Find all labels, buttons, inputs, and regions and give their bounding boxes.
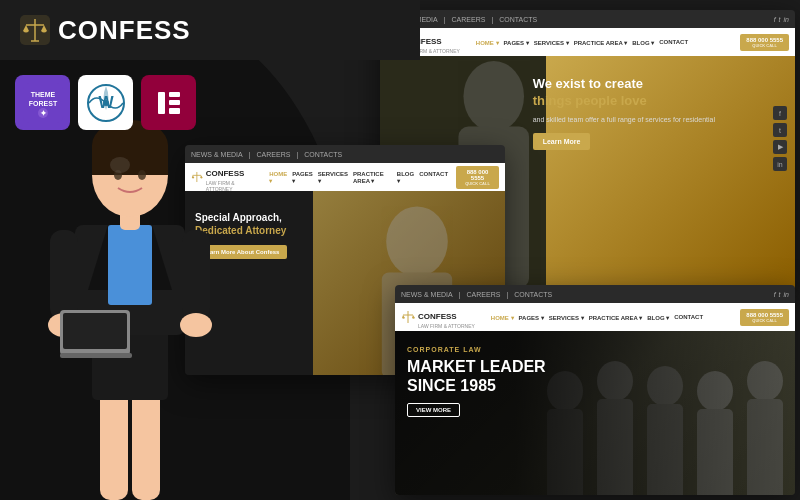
mini-nav-far: CONFESS LAW FIRM & ATTORNEY HOME ▾ PAGES… <box>380 28 795 56</box>
careers-link-mid[interactable]: CAREERS <box>257 151 291 158</box>
header-logo: Confess <box>20 15 191 46</box>
svg-point-58 <box>110 157 130 173</box>
woman-figure <box>20 70 240 500</box>
svg-point-50 <box>138 170 146 180</box>
quick-call-label-far: QUICK CALL <box>746 43 783 48</box>
elementor-badge <box>141 75 196 130</box>
svg-point-54 <box>180 313 212 337</box>
headline-far: We exist to create things people love <box>533 76 715 110</box>
nav-blog-front[interactable]: BLOG ▾ <box>647 314 669 321</box>
hero-text-front: CORPORATE LAW MARKET LEADER SINCE 1985 V… <box>407 346 546 417</box>
nav-blog-far[interactable]: BLOG ▾ <box>632 39 654 46</box>
social-icons-front: f t in <box>774 291 789 298</box>
preview-window-front: NEWS & MEDIA | CAREERS | CONTACTS f t in… <box>395 285 795 495</box>
learn-more-btn-far[interactable]: Learn More <box>533 133 591 150</box>
headline-line2-far: things people love <box>533 93 647 108</box>
sep-front2: | <box>506 291 508 298</box>
svg-rect-52 <box>182 230 210 320</box>
nav-items-mid: HOME ▾ PAGES ▾ SERVICES ▾ PRACTICE AREA … <box>269 171 448 184</box>
svg-rect-48 <box>92 145 168 175</box>
plugin-badges: THEME FOREST ✦ W <box>15 75 196 130</box>
logo-text-front: CONFESS <box>418 312 457 321</box>
logo-icon-front <box>401 310 415 324</box>
social-sidebar-far: f t ▶ in <box>773 106 787 171</box>
contacts-link-front[interactable]: CONTACTS <box>514 291 552 298</box>
category-front: CORPORATE LAW <box>407 346 546 353</box>
tw-icon-front: t <box>779 291 781 298</box>
mini-nav-front: CONFESS LAW FIRM & ATTORNEY HOME ▾ PAGES… <box>395 303 795 331</box>
phone-number-mid: 888 000 5555 <box>462 169 493 181</box>
svg-rect-42 <box>108 225 152 305</box>
svg-rect-15 <box>169 92 180 97</box>
nav-contact-front[interactable]: CONTACT <box>674 314 703 321</box>
careers-link-far[interactable]: CAREERS <box>452 16 486 23</box>
nav-contact-mid[interactable]: CONTACT <box>419 171 448 184</box>
themeforest-badge: THEME FOREST ✦ <box>15 75 70 130</box>
sep-mid2: | <box>296 151 298 158</box>
sep-mid1: | <box>249 151 251 158</box>
header-logo-text: Confess <box>58 15 191 46</box>
svg-rect-14 <box>158 92 165 114</box>
svg-rect-56 <box>63 313 127 349</box>
nav-practice-mid[interactable]: PRACTICE AREA ▾ <box>353 171 392 184</box>
phone-btn-front[interactable]: 888 000 5555 QUICK CALL <box>740 309 789 326</box>
quick-call-front: QUICK CALL <box>746 318 783 323</box>
sep2: | <box>491 16 493 23</box>
fb-icon-far: f <box>773 106 787 120</box>
in-icon-front: in <box>784 291 789 298</box>
news-link-front[interactable]: NEWS & MEDIA <box>401 291 453 298</box>
nav-items-far: HOME ▾ PAGES ▾ SERVICES ▾ PRACTICE AREA … <box>476 39 688 46</box>
nav-pages-mid[interactable]: PAGES ▾ <box>292 171 313 184</box>
mini-top-bar-front: NEWS & MEDIA | CAREERS | CONTACTS f t in <box>395 285 795 303</box>
nav-home-front[interactable]: HOME ▾ <box>491 314 514 321</box>
svg-point-24 <box>386 206 448 276</box>
quick-call-label-mid: QUICK CALL <box>462 181 493 186</box>
hero-front: CORPORATE LAW MARKET LEADER SINCE 1985 V… <box>395 331 795 495</box>
contacts-link-far[interactable]: CONTACTS <box>499 16 537 23</box>
svg-rect-17 <box>169 108 180 114</box>
wordpress-badge: W <box>78 75 133 130</box>
nav-blog-mid[interactable]: BLOG ▾ <box>397 171 414 184</box>
instagram-icon-far: in <box>784 16 789 23</box>
yt-icon-far: ▶ <box>773 140 787 154</box>
careers-link-front[interactable]: CAREERS <box>467 291 501 298</box>
svg-rect-16 <box>169 100 180 105</box>
headline-line1-far: We exist to create <box>533 76 643 91</box>
phone-btn-mid[interactable]: 888 000 5555 QUICK CALL <box>456 166 499 189</box>
nav-home-mid[interactable]: HOME ▾ <box>269 171 287 184</box>
headline-front: MARKET LEADER SINCE 1985 <box>407 357 546 395</box>
nav-pages-far[interactable]: PAGES ▾ <box>504 39 529 46</box>
mini-top-bar-far: NEWS & MEDIA | CAREERS | CONTACTS f t in <box>380 10 795 28</box>
headline-line2-front: SINCE 1985 <box>407 377 496 394</box>
scale-icon <box>20 15 50 45</box>
sep-front1: | <box>459 291 461 298</box>
svg-point-20 <box>463 61 524 132</box>
svg-rect-51 <box>50 230 78 320</box>
social-icons-far: f t in <box>774 16 789 23</box>
nav-pages-front[interactable]: PAGES ▾ <box>519 314 544 321</box>
nav-services-mid[interactable]: SERVICES ▾ <box>318 171 348 184</box>
page-header: Confess <box>0 0 420 60</box>
nav-services-front[interactable]: SERVICES ▾ <box>549 314 584 321</box>
nav-services-far[interactable]: SERVICES ▾ <box>534 39 569 46</box>
nav-home-far[interactable]: HOME ▾ <box>476 39 499 46</box>
woman-svg <box>20 70 240 500</box>
logo-sub-front: LAW FIRM & ATTORNEY <box>418 323 475 329</box>
nav-contact-far[interactable]: CONTACT <box>659 39 688 46</box>
tw-icon-far: t <box>773 123 787 137</box>
nav-practice-front[interactable]: PRACTICE AREA ▾ <box>589 314 643 321</box>
svg-text:FOREST: FOREST <box>28 100 57 107</box>
headline-line1-front: MARKET LEADER <box>407 358 546 375</box>
sep1: | <box>444 16 446 23</box>
facebook-icon-far: f <box>774 16 776 23</box>
view-more-btn-front[interactable]: VIEW MORE <box>407 403 460 417</box>
nav-items-front: HOME ▾ PAGES ▾ SERVICES ▾ PRACTICE AREA … <box>491 314 703 321</box>
svg-rect-57 <box>60 353 132 358</box>
nav-practice-far[interactable]: PRACTICE AREA ▾ <box>574 39 628 46</box>
svg-text:✦: ✦ <box>39 109 46 118</box>
contacts-link-mid[interactable]: CONTACTS <box>304 151 342 158</box>
phone-btn-far[interactable]: 888 000 5555 QUICK CALL <box>740 34 789 51</box>
in-icon-far: in <box>773 157 787 171</box>
hero-sub-far: and skilled team offer a full range of s… <box>533 115 715 125</box>
logo-area-front: CONFESS LAW FIRM & ATTORNEY <box>401 305 475 329</box>
